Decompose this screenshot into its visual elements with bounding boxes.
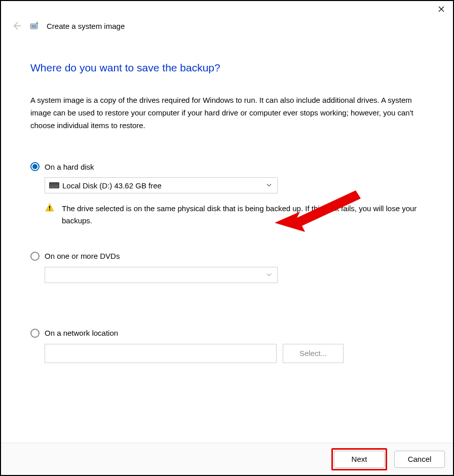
network-path-input[interactable] bbox=[45, 344, 277, 363]
radio-network[interactable] bbox=[30, 329, 40, 338]
svg-rect-4 bbox=[31, 25, 36, 28]
drive-icon bbox=[49, 182, 59, 188]
option-network: On a network location Select... bbox=[30, 329, 433, 363]
next-button[interactable]: Next bbox=[334, 451, 385, 468]
back-button[interactable] bbox=[11, 20, 22, 31]
radio-hard-disk-label: On a hard disk bbox=[45, 163, 94, 171]
system-image-icon bbox=[29, 21, 40, 31]
radio-network-row[interactable]: On a network location bbox=[30, 329, 433, 338]
chevron-down-icon bbox=[266, 181, 272, 190]
option-dvds: On one or more DVDs bbox=[30, 252, 433, 283]
cancel-button-label: Cancel bbox=[408, 455, 432, 463]
radio-hard-disk[interactable] bbox=[30, 162, 40, 171]
next-button-highlight: Next bbox=[331, 448, 387, 470]
next-button-label: Next bbox=[352, 455, 367, 463]
wizard-window: Create a system image Where do you want … bbox=[0, 0, 454, 476]
page-description: A system image is a copy of the drives r… bbox=[30, 94, 431, 132]
network-select-button[interactable]: Select... bbox=[283, 344, 344, 363]
radio-hard-disk-row[interactable]: On a hard disk bbox=[30, 162, 433, 171]
warning-text: The drive selected is on the same physic… bbox=[62, 203, 425, 226]
close-icon bbox=[438, 6, 444, 12]
svg-rect-6 bbox=[49, 210, 50, 211]
radio-dvds-row[interactable]: On one or more DVDs bbox=[30, 252, 433, 261]
option-hard-disk: On a hard disk Local Disk (D:) 43.62 GB … bbox=[30, 162, 433, 226]
cancel-button[interactable]: Cancel bbox=[394, 451, 445, 468]
warning-icon bbox=[45, 203, 55, 213]
network-row: Select... bbox=[45, 344, 433, 363]
wizard-title: Create a system image bbox=[47, 22, 125, 30]
page-heading: Where do you want to save the backup? bbox=[30, 62, 433, 74]
back-arrow-icon bbox=[12, 21, 22, 31]
dvds-dropdown[interactable] bbox=[45, 267, 278, 283]
titlebar bbox=[1, 1, 453, 17]
network-select-label: Select... bbox=[299, 349, 327, 358]
chevron-down-icon bbox=[266, 270, 272, 279]
content-area: Where do you want to save the backup? A … bbox=[1, 31, 453, 443]
footer: Next Cancel bbox=[1, 443, 453, 475]
warning-row: The drive selected is on the same physic… bbox=[45, 203, 425, 226]
radio-network-label: On a network location bbox=[45, 329, 118, 337]
radio-dvds-label: On one or more DVDs bbox=[45, 252, 120, 260]
header-row: Create a system image bbox=[1, 17, 453, 31]
hard-disk-dropdown[interactable]: Local Disk (D:) 43.62 GB free bbox=[45, 177, 278, 193]
hard-disk-selected: Local Disk (D:) 43.62 GB free bbox=[62, 181, 162, 190]
close-button[interactable] bbox=[430, 1, 453, 17]
radio-dvds[interactable] bbox=[30, 252, 40, 261]
svg-rect-5 bbox=[49, 206, 50, 209]
